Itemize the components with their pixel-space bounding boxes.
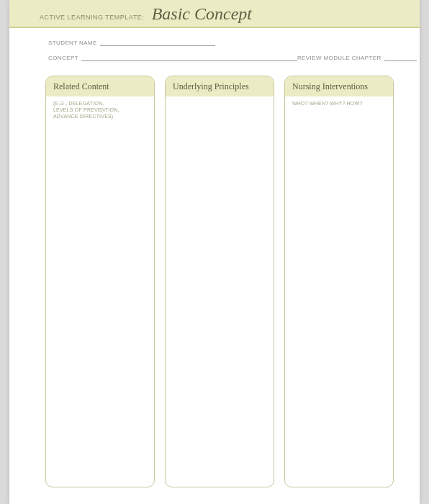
underlying-principles-sub (166, 96, 274, 100)
template-title: Basic Concept (152, 4, 252, 23)
student-name-row: STUDENT NAME (48, 38, 394, 46)
underlying-principles-column: Underlying Principles (165, 76, 274, 487)
concept-field[interactable] (81, 53, 297, 61)
template-page: ACTIVE LEARNING TEMPLATE: Basic Concept … (9, 0, 420, 504)
underlying-principles-heading: Underlying Principles (166, 76, 274, 96)
related-content-sub: (E.G., DELEGATION, LEVELS OF PREVENTION,… (46, 96, 154, 120)
concept-row: CONCEPT REVIEW MODULE CHAPTER (48, 53, 394, 61)
student-name-label: STUDENT NAME (48, 40, 97, 46)
related-content-heading: Related Content (46, 76, 154, 96)
header-band: ACTIVE LEARNING TEMPLATE: Basic Concept (9, 0, 420, 28)
meta-section: STUDENT NAME CONCEPT REVIEW MODULE CHAPT… (9, 28, 420, 76)
chapter-label: REVIEW MODULE CHAPTER (297, 55, 381, 61)
chapter-field[interactable] (384, 53, 417, 61)
student-name-field[interactable] (100, 38, 215, 46)
columns-container: Related Content (E.G., DELEGATION, LEVEL… (9, 76, 420, 487)
nursing-interventions-sub: WHO? WHEN? WHY? HOW? (285, 96, 393, 107)
nursing-interventions-heading: Nursing Interventions (285, 76, 393, 96)
nursing-interventions-column: Nursing Interventions WHO? WHEN? WHY? HO… (284, 76, 394, 487)
template-prefix: ACTIVE LEARNING TEMPLATE: (40, 14, 144, 21)
concept-label: CONCEPT (48, 55, 78, 61)
related-content-column: Related Content (E.G., DELEGATION, LEVEL… (45, 76, 155, 487)
